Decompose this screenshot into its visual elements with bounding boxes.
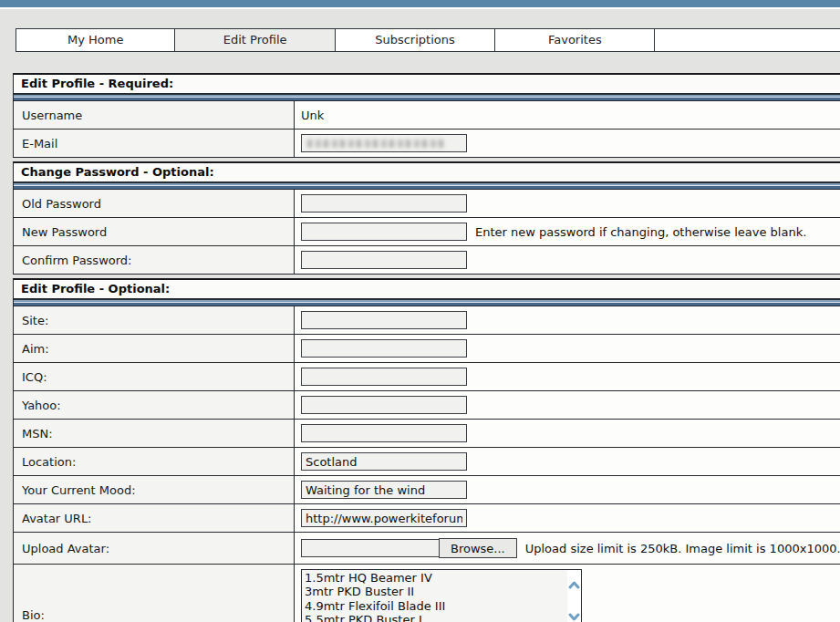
row-new-password: New Password Enter new password if chang…	[14, 217, 840, 245]
icq-input[interactable]	[301, 368, 467, 386]
section-separator	[14, 94, 840, 101]
section-separator	[14, 299, 840, 306]
email-label: E-Mail	[22, 137, 57, 150]
row-site: Site:	[14, 306, 840, 334]
username-label: Username	[22, 109, 82, 122]
new-password-note: Enter new password if changing, otherwis…	[475, 225, 806, 239]
section-separator	[14, 182, 840, 190]
current-mood-label: Your Current Mood:	[22, 483, 136, 497]
current-mood-input[interactable]	[301, 481, 467, 499]
section-password-title: Change Password - Optional:	[14, 163, 840, 182]
scroll-up-icon[interactable]	[568, 579, 580, 591]
bio-textarea[interactable]: 1.5mtr HQ Beamer IV 3mtr PKD Buster II 4…	[301, 569, 582, 622]
row-current-mood: Your Current Mood:	[14, 475, 840, 503]
scroll-down-icon[interactable]	[568, 611, 580, 622]
row-msn: MSN:	[14, 419, 840, 447]
site-label: Site:	[22, 314, 48, 327]
row-old-password: Old Password	[14, 190, 840, 217]
msn-input[interactable]	[301, 424, 467, 442]
msn-label: MSN:	[22, 427, 53, 441]
row-icq: ICQ:	[14, 362, 840, 390]
row-username: Username Unk	[14, 101, 840, 129]
username-value: Unk	[301, 109, 324, 122]
bio-label: Bio:	[22, 608, 45, 622]
row-location: Location:	[14, 447, 840, 475]
tab-my-home[interactable]: My Home	[16, 29, 175, 51]
tab-favorites[interactable]: Favorites	[495, 29, 655, 51]
upload-avatar-filename-input[interactable]	[301, 539, 440, 557]
icq-label: ICQ:	[22, 370, 47, 384]
tab-cutoff[interactable]	[655, 29, 840, 51]
row-avatar-url: Avatar URL:	[14, 503, 840, 532]
new-password-label: New Password	[22, 225, 107, 239]
bio-scrollbar[interactable]	[567, 570, 581, 622]
aim-label: Aim:	[22, 342, 49, 356]
avatar-url-input[interactable]	[301, 509, 467, 527]
tab-subscriptions[interactable]: Subscriptions	[336, 29, 495, 51]
section-change-password: Change Password - Optional: Old Password…	[13, 161, 840, 275]
row-aim: Aim:	[14, 334, 840, 362]
row-upload-avatar: Upload Avatar: Browse... Upload size lim…	[14, 532, 840, 564]
upload-avatar-note: Upload size limit is 250kB. Image limit …	[525, 542, 840, 555]
avatar-url-label: Avatar URL:	[22, 512, 92, 525]
aim-input[interactable]	[301, 339, 467, 358]
browse-button[interactable]: Browse...	[439, 538, 517, 558]
redacted-email-text	[307, 140, 444, 148]
section-required: Edit Profile - Required: Username Unk E-…	[13, 73, 840, 158]
top-accent-bar	[0, 0, 840, 7]
section-optional-title: Edit Profile - Optional:	[14, 280, 840, 299]
email-input[interactable]	[301, 134, 467, 152]
bio-text: 1.5mtr HQ Beamer IV 3mtr PKD Buster II 4…	[305, 571, 565, 622]
top-accent-underline	[0, 7, 840, 9]
row-confirm-password: Confirm Password:	[14, 245, 840, 274]
old-password-input[interactable]	[301, 194, 467, 213]
profile-tab-bar: My Home Edit Profile Subscriptions Favor…	[16, 28, 840, 52]
section-optional: Edit Profile - Optional: Site: Aim: ICQ:…	[13, 278, 840, 622]
tab-edit-profile[interactable]: Edit Profile	[175, 29, 335, 51]
row-yahoo: Yahoo:	[14, 390, 840, 419]
old-password-label: Old Password	[22, 197, 101, 211]
upload-avatar-label: Upload Avatar:	[22, 542, 109, 555]
location-label: Location:	[22, 455, 76, 469]
yahoo-input[interactable]	[301, 396, 467, 414]
new-password-input[interactable]	[301, 223, 467, 241]
location-input[interactable]	[301, 452, 467, 471]
section-required-title: Edit Profile - Required:	[14, 75, 840, 94]
confirm-password-label: Confirm Password:	[22, 254, 131, 267]
edit-profile-form: Edit Profile - Required: Username Unk E-…	[13, 73, 840, 622]
row-bio: Bio: 1.5mtr HQ Beamer IV 3mtr PKD Buster…	[14, 564, 840, 622]
yahoo-label: Yahoo:	[22, 399, 61, 412]
site-input[interactable]	[301, 311, 467, 329]
row-email: E-Mail	[14, 129, 840, 157]
confirm-password-input[interactable]	[301, 251, 467, 269]
